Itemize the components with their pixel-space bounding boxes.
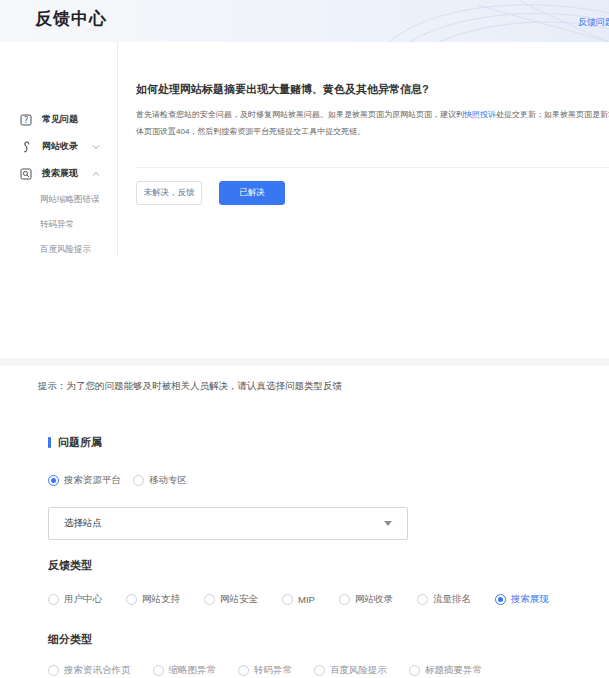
radio-label: 搜索资讯合作页 (64, 664, 131, 677)
radio-mobile-zone[interactable]: 移动专区 (133, 474, 187, 487)
radio-title-summary-abnormal[interactable]: 标题摘要异常 (409, 664, 482, 677)
section-separator (0, 358, 609, 366)
radio-traffic-ranking[interactable]: 流量排名 (417, 593, 471, 606)
radio-label: 搜索资源平台 (64, 474, 121, 487)
unresolved-feedback-button[interactable]: 未解决，反馈 (136, 181, 202, 205)
chevron-up-icon (92, 171, 100, 177)
radio-label: 转码异常 (254, 664, 292, 677)
radio-site-support[interactable]: 网站支持 (126, 593, 180, 606)
radio-thumbnail-abnormal[interactable]: 缩略图异常 (153, 664, 217, 677)
radio-label: 流量排名 (433, 593, 471, 606)
section-title-text: 细分类型 (48, 632, 92, 647)
sidebar-item-common-questions[interactable]: ? 常见问题 (20, 113, 78, 126)
feedback-type-options: 用户中心 网站支持 网站安全 MIP 网站收录 流量排名 (48, 593, 609, 606)
faq-answer-line1: 首先请检查您站的安全问题，及时修复网站被黑问题。如果是被黑页面为原网站页面，建议… (136, 106, 609, 123)
sidebar-item-label: 常见问题 (42, 113, 78, 126)
radio-circle (339, 594, 350, 605)
sub-type-options: 搜索资讯合作页 缩略图异常 转码异常 百度风险提示 标题摘要异常 (48, 664, 609, 677)
svg-text:?: ? (24, 116, 28, 125)
radio-label: 百度风险提示 (330, 664, 387, 677)
radio-circle (417, 594, 428, 605)
site-select[interactable]: 选择站点 (48, 507, 408, 540)
faq-question-title: 如何处理网站标题摘要出现大量赌博、黄色及其他异常信息? (136, 82, 609, 97)
caret-down-icon (384, 521, 392, 526)
radio-transcode-abnormal[interactable]: 转码异常 (238, 664, 292, 677)
radio-search-display[interactable]: 搜索展现 (495, 593, 549, 606)
faq-main-panel: 如何处理网站标题摘要出现大量赌博、黄色及其他异常信息? 首先请检查您站的安全问题… (136, 42, 609, 205)
radio-baidu-risk-warning[interactable]: 百度风险提示 (314, 664, 387, 677)
snapshot-complaint-link[interactable]: 快照投诉 (464, 110, 496, 119)
radio-label: 用户中心 (64, 593, 102, 606)
radio-circle (126, 594, 137, 605)
sidebar-subitem-transcode-error[interactable]: 转码异常 (40, 219, 74, 231)
header-mesh-decoration (369, 0, 609, 42)
divider (136, 167, 609, 168)
radio-label: 搜索展现 (511, 593, 549, 606)
section-title-text: 问题所属 (58, 435, 102, 450)
radio-label: 缩略图异常 (169, 664, 217, 677)
sidebar-subitem-thumbnail-error[interactable]: 网站缩略图错误 (40, 194, 100, 206)
faq-content-row: ? 常见问题 网站收录 搜索展现 (0, 42, 609, 358)
site-select-value: 选择站点 (64, 517, 102, 530)
radio-circle (204, 594, 215, 605)
radio-site-security[interactable]: 网站安全 (204, 593, 258, 606)
feedback-center-page: 反馈中心 反馈问题 ? 常见问题 网站收录 (0, 0, 609, 678)
radio-label: 移动专区 (149, 474, 187, 487)
problem-domain-options: 搜索资源平台 移动专区 (48, 474, 609, 487)
feedback-question-link[interactable]: 反馈问题 (578, 16, 609, 29)
answer-text: 首先请检查您站的安全问题，及时修复网站被黑问题。如果是被黑页面为原网站页面，建议… (136, 110, 464, 119)
section-title-feedback-type: 反馈类型 (48, 558, 609, 573)
radio-circle (238, 665, 249, 676)
radio-circle (133, 475, 144, 486)
site-index-icon (20, 141, 32, 153)
sidebar-subitem-risk-warning[interactable]: 百度风险提示 (40, 244, 91, 255)
radio-search-resource-platform[interactable]: 搜索资源平台 (48, 474, 121, 487)
radio-circle (48, 665, 59, 676)
radio-label: 网站安全 (220, 593, 258, 606)
section-accent-bar (48, 437, 51, 448)
faq-answer-line2: 体页面设置404，然后到搜索资源平台死链提交工具中提交死链。 (136, 123, 609, 140)
feedback-form: 提示：为了您的问题能够及时被相关人员解决，请认真选择问题类型反馈 问题所属 搜索… (0, 366, 609, 677)
radio-circle (409, 665, 420, 676)
faq-sidebar: ? 常见问题 网站收录 搜索展现 (0, 42, 118, 255)
radio-mip[interactable]: MIP (282, 594, 315, 605)
radio-label: 网站收录 (355, 593, 393, 606)
radio-circle (48, 594, 59, 605)
faq-buttons-row: 未解决，反馈 已解决 (136, 181, 609, 205)
radio-label: 网站支持 (142, 593, 180, 606)
faq-icon: ? (20, 114, 32, 126)
section-title-sub-type: 细分类型 (48, 632, 609, 647)
radio-circle (495, 594, 506, 605)
search-display-icon (20, 168, 32, 180)
radio-circle (48, 475, 59, 486)
radio-site-index[interactable]: 网站收录 (339, 593, 393, 606)
sidebar-item-search-display[interactable]: 搜索展现 (20, 167, 100, 180)
section-title-text: 反馈类型 (48, 558, 92, 573)
sidebar-item-label: 网站收录 (42, 140, 78, 153)
form-tip-text: 提示：为了您的问题能够及时被相关人员解决，请认真选择问题类型反馈 (38, 380, 609, 393)
page-title: 反馈中心 (35, 7, 107, 30)
radio-user-center[interactable]: 用户中心 (48, 593, 102, 606)
radio-label: MIP (298, 594, 315, 605)
radio-circle (314, 665, 325, 676)
sidebar-item-label: 搜索展现 (42, 167, 78, 180)
resolved-button[interactable]: 已解决 (219, 181, 285, 205)
section-title-problem-domain: 问题所属 (48, 435, 609, 450)
radio-circle (153, 665, 164, 676)
radio-label: 标题摘要异常 (425, 664, 482, 677)
radio-circle (282, 594, 293, 605)
radio-search-news-coop-page[interactable]: 搜索资讯合作页 (48, 664, 131, 677)
page-header: 反馈中心 反馈问题 (0, 0, 609, 42)
sidebar-item-site-index[interactable]: 网站收录 (20, 140, 100, 153)
answer-text: 处提交更新；如果被黑页面是新增页面，请将具 (496, 110, 609, 119)
chevron-down-icon (92, 144, 100, 150)
faq-answer: 首先请检查您站的安全问题，及时修复网站被黑问题。如果是被黑页面为原网站页面，建议… (136, 106, 609, 140)
